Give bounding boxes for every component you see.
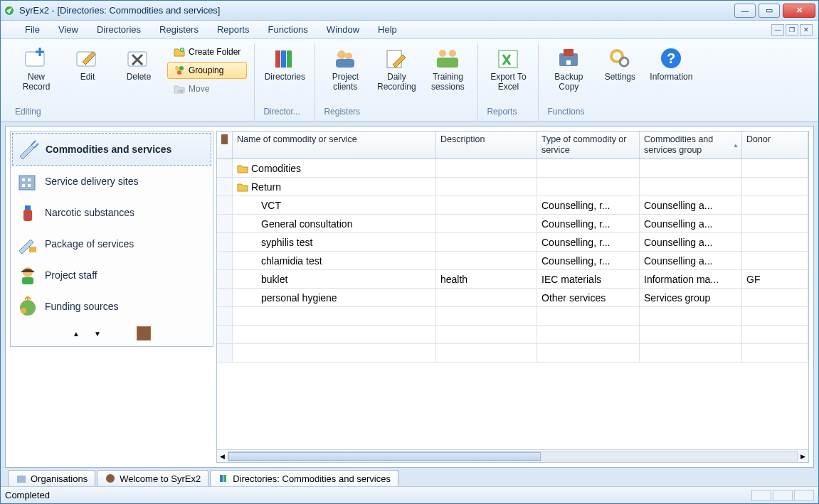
- menu-reports[interactable]: Reports: [214, 23, 253, 36]
- grid-col-indicator[interactable]: [217, 132, 233, 159]
- ribbon-group-reports: Export To Excel Reports: [478, 43, 539, 121]
- cell-donor: [742, 307, 808, 325]
- delete-button[interactable]: Delete: [116, 43, 162, 85]
- training-sessions-button[interactable]: Training sessions: [425, 43, 470, 95]
- table-row[interactable]: VCTCounselling, r...Counselling a...: [217, 196, 808, 215]
- nav-funding[interactable]: Funding sources: [12, 291, 211, 322]
- tab-directories[interactable]: Directories: Commodities and services: [210, 470, 398, 486]
- mdi-minimize[interactable]: —: [771, 24, 784, 36]
- building-icon: [16, 171, 39, 191]
- settings-button[interactable]: Settings: [597, 43, 643, 85]
- mdi-controls: — ❐ ✕: [770, 24, 813, 36]
- nav-commodities-services[interactable]: Commodities and services: [12, 133, 211, 166]
- nav-down-button[interactable]: ▼: [94, 330, 101, 338]
- create-folder-button[interactable]: Create Folder: [167, 43, 247, 60]
- minimize-button[interactable]: —: [734, 4, 756, 18]
- menu-file[interactable]: File: [22, 23, 43, 36]
- directories-button[interactable]: Directories: [262, 43, 307, 85]
- folder-plus-icon: [174, 46, 185, 58]
- svg-rect-3: [26, 52, 44, 66]
- menu-directories[interactable]: Directories: [94, 23, 144, 36]
- cell-type: [537, 344, 640, 362]
- nav-narcotic[interactable]: Narcotic substances: [12, 197, 211, 228]
- grid-body[interactable]: ComoditiesReturnVCTCounselling, r...Coun…: [217, 159, 808, 449]
- information-button[interactable]: ? Information: [648, 43, 694, 85]
- nav-extra-button[interactable]: [137, 326, 151, 341]
- grid-col-desc[interactable]: Description: [436, 132, 537, 159]
- table-row[interactable]: [217, 307, 808, 326]
- cell-name: [233, 326, 436, 343]
- cell-desc: [436, 289, 537, 306]
- daily-recording-button[interactable]: Daily Recording: [374, 43, 419, 95]
- scroll-thumb[interactable]: [228, 452, 541, 461]
- close-button[interactable]: ✕: [783, 4, 815, 18]
- backup-button[interactable]: Backup Copy: [546, 43, 591, 95]
- export-excel-button[interactable]: Export To Excel: [485, 43, 531, 95]
- menu-window[interactable]: Window: [324, 23, 362, 36]
- svg-rect-29: [22, 178, 25, 181]
- table-row[interactable]: personal hygieneOther servicesServices g…: [217, 289, 808, 307]
- menu-view[interactable]: View: [56, 23, 81, 36]
- scroll-track[interactable]: [228, 451, 798, 461]
- tab-welcome[interactable]: Welcome to SyrEx2: [97, 470, 208, 486]
- cell-name: buklet: [233, 270, 436, 288]
- grid-col-type[interactable]: Type of commodity or service: [537, 132, 640, 159]
- h-scrollbar[interactable]: ◀ ▶: [217, 449, 808, 462]
- cell-desc: [436, 344, 537, 362]
- cell-name: [233, 344, 436, 362]
- new-record-button[interactable]: New Record: [14, 43, 59, 95]
- row-indicator: [217, 196, 233, 214]
- tab-organisations[interactable]: Organisations: [8, 470, 95, 486]
- move-icon: [174, 83, 185, 95]
- status-text: Completed: [5, 490, 50, 500]
- mdi-restore[interactable]: ❐: [786, 24, 798, 36]
- table-row[interactable]: Comodities: [217, 159, 808, 178]
- row-indicator: [217, 307, 233, 325]
- svg-rect-19: [437, 58, 458, 68]
- table-row[interactable]: chlamidia testCounselling, r...Counselli…: [217, 252, 808, 270]
- backup-icon: [555, 46, 582, 70]
- bottle-icon: [16, 203, 39, 222]
- project-clients-button[interactable]: Project clients: [322, 43, 368, 95]
- grid-panel: Name of commodity or service Description…: [216, 131, 809, 463]
- scroll-left-button[interactable]: ◀: [220, 453, 225, 460]
- cell-group: Information ma...: [640, 270, 742, 288]
- table-row[interactable]: buklethealthIEC materialsInformation ma.…: [217, 270, 808, 289]
- cell-name: General consultation: [233, 215, 436, 232]
- grid-col-donor[interactable]: Donor: [742, 132, 808, 159]
- grid-col-name[interactable]: Name of commodity or service: [233, 132, 436, 159]
- table-row[interactable]: [217, 344, 808, 363]
- menu-functions[interactable]: Functions: [265, 23, 310, 36]
- group-label-editing: Editing: [14, 104, 247, 118]
- grouping-button[interactable]: Grouping: [167, 62, 247, 79]
- menu-bar: File View Directories Registers Reports …: [1, 21, 818, 39]
- table-row[interactable]: [217, 326, 808, 344]
- folder-icon: [237, 163, 248, 173]
- move-button[interactable]: Move: [167, 80, 247, 97]
- nav-package[interactable]: Package of services: [12, 228, 211, 259]
- cell-desc: [436, 196, 537, 214]
- nav-staff[interactable]: Project staff: [12, 259, 211, 291]
- nav-service-sites[interactable]: Service delivery sites: [12, 166, 211, 197]
- mdi-close[interactable]: ✕: [800, 24, 813, 36]
- app-icon: [4, 5, 15, 16]
- edit-button[interactable]: Edit: [65, 43, 110, 85]
- maximize-button[interactable]: ▭: [759, 4, 780, 18]
- row-indicator: [217, 326, 233, 343]
- cell-desc: [436, 233, 537, 251]
- menu-help[interactable]: Help: [375, 23, 400, 36]
- books-icon: [271, 46, 298, 70]
- svg-rect-28: [19, 176, 35, 190]
- excel-icon: [495, 46, 522, 70]
- table-row[interactable]: syphilis testCounselling, r...Counsellin…: [217, 233, 808, 252]
- recording-icon: [383, 46, 410, 70]
- clients-icon: [332, 46, 359, 70]
- table-row[interactable]: General consultationCounselling, r...Cou…: [217, 215, 808, 233]
- cell-name: Return: [233, 178, 436, 195]
- scroll-right-button[interactable]: ▶: [800, 453, 805, 460]
- table-row[interactable]: Return: [217, 178, 808, 196]
- menu-registers[interactable]: Registers: [157, 23, 201, 36]
- grid-col-group[interactable]: Commodities and services group▲: [640, 132, 742, 159]
- nav-up-button[interactable]: ▲: [73, 330, 80, 338]
- svg-point-18: [449, 50, 456, 57]
